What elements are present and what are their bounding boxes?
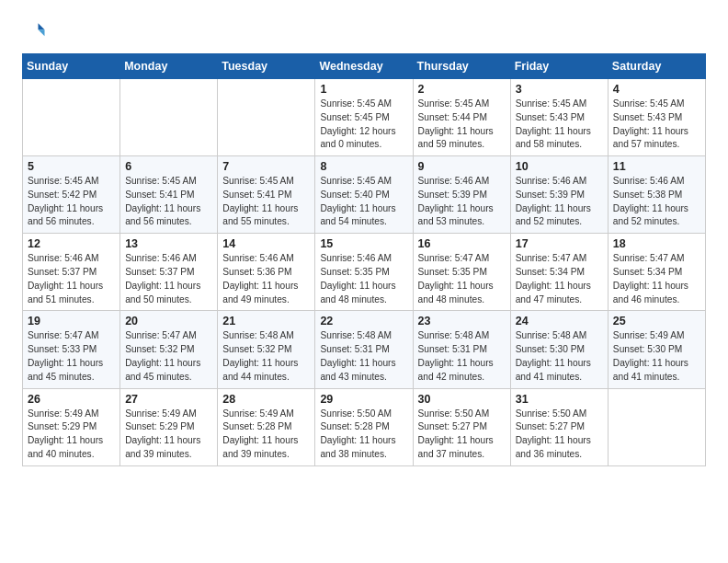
calendar-cell: 8Sunrise: 5:45 AM Sunset: 5:40 PM Daylig…	[315, 156, 413, 234]
day-info: Sunrise: 5:45 AM Sunset: 5:43 PM Dayligh…	[516, 98, 603, 152]
day-info: Sunrise: 5:49 AM Sunset: 5:30 PM Dayligh…	[613, 329, 700, 384]
day-number: 24	[516, 315, 603, 327]
calendar-cell: 28Sunrise: 5:49 AM Sunset: 5:28 PM Dayli…	[218, 388, 315, 465]
day-info: Sunrise: 5:45 AM Sunset: 5:45 PM Dayligh…	[320, 98, 407, 152]
day-number: 22	[320, 315, 407, 327]
calendar-header-tuesday: Tuesday	[218, 54, 315, 79]
day-number: 12	[28, 237, 115, 250]
day-number: 10	[516, 160, 603, 173]
day-number: 4	[613, 83, 700, 96]
calendar-header-friday: Friday	[510, 54, 608, 79]
day-number: 6	[125, 160, 212, 173]
calendar-cell: 31Sunrise: 5:50 AM Sunset: 5:27 PM Dayli…	[510, 388, 608, 465]
calendar-cell: 5Sunrise: 5:45 AM Sunset: 5:42 PM Daylig…	[23, 156, 120, 234]
day-number: 8	[320, 160, 407, 173]
calendar-cell	[23, 79, 120, 156]
day-number: 7	[222, 160, 310, 173]
day-number: 31	[516, 393, 603, 406]
calendar-cell: 15Sunrise: 5:46 AM Sunset: 5:35 PM Dayli…	[315, 234, 413, 311]
day-number: 25	[613, 315, 700, 327]
page: SundayMondayTuesdayWednesdayThursdayFrid…	[0, 0, 728, 481]
day-number: 29	[320, 393, 407, 406]
calendar-header-saturday: Saturday	[608, 54, 705, 79]
day-info: Sunrise: 5:45 AM Sunset: 5:44 PM Dayligh…	[418, 98, 506, 152]
day-info: Sunrise: 5:49 AM Sunset: 5:29 PM Dayligh…	[28, 408, 115, 462]
day-number: 5	[28, 160, 115, 173]
day-info: Sunrise: 5:50 AM Sunset: 5:27 PM Dayligh…	[418, 408, 506, 462]
day-number: 16	[418, 237, 506, 250]
calendar-week-1: 1Sunrise: 5:45 AM Sunset: 5:45 PM Daylig…	[23, 79, 706, 156]
calendar-header-monday: Monday	[120, 54, 218, 79]
calendar-cell: 6Sunrise: 5:45 AM Sunset: 5:41 PM Daylig…	[120, 156, 218, 234]
day-info: Sunrise: 5:45 AM Sunset: 5:43 PM Dayligh…	[613, 98, 700, 152]
calendar-cell: 22Sunrise: 5:48 AM Sunset: 5:31 PM Dayli…	[315, 311, 413, 388]
calendar-cell: 21Sunrise: 5:48 AM Sunset: 5:32 PM Dayli…	[218, 311, 315, 388]
calendar-cell: 16Sunrise: 5:47 AM Sunset: 5:35 PM Dayli…	[413, 234, 510, 311]
calendar-cell: 30Sunrise: 5:50 AM Sunset: 5:27 PM Dayli…	[413, 388, 510, 465]
day-info: Sunrise: 5:47 AM Sunset: 5:34 PM Dayligh…	[516, 252, 603, 306]
day-number: 20	[125, 315, 212, 327]
calendar-body: 1Sunrise: 5:45 AM Sunset: 5:45 PM Daylig…	[23, 79, 706, 466]
day-info: Sunrise: 5:46 AM Sunset: 5:36 PM Dayligh…	[222, 252, 310, 306]
day-number: 9	[418, 160, 506, 173]
day-info: Sunrise: 5:46 AM Sunset: 5:37 PM Dayligh…	[125, 252, 212, 306]
day-info: Sunrise: 5:46 AM Sunset: 5:35 PM Dayligh…	[320, 252, 407, 306]
calendar-cell: 14Sunrise: 5:46 AM Sunset: 5:36 PM Dayli…	[218, 234, 315, 311]
day-info: Sunrise: 5:48 AM Sunset: 5:31 PM Dayligh…	[320, 329, 407, 384]
day-info: Sunrise: 5:46 AM Sunset: 5:38 PM Dayligh…	[613, 175, 700, 229]
day-info: Sunrise: 5:46 AM Sunset: 5:37 PM Dayligh…	[28, 252, 115, 306]
day-info: Sunrise: 5:47 AM Sunset: 5:34 PM Dayligh…	[613, 252, 700, 306]
calendar-cell: 26Sunrise: 5:49 AM Sunset: 5:29 PM Dayli…	[23, 388, 120, 465]
calendar-cell	[218, 79, 315, 156]
day-number: 19	[28, 315, 115, 327]
day-info: Sunrise: 5:48 AM Sunset: 5:31 PM Dayligh…	[418, 329, 506, 384]
calendar-cell: 17Sunrise: 5:47 AM Sunset: 5:34 PM Dayli…	[510, 234, 608, 311]
svg-marker-1	[39, 29, 45, 36]
day-info: Sunrise: 5:50 AM Sunset: 5:27 PM Dayligh…	[516, 408, 603, 462]
calendar-cell: 25Sunrise: 5:49 AM Sunset: 5:30 PM Dayli…	[608, 311, 705, 388]
day-info: Sunrise: 5:46 AM Sunset: 5:39 PM Dayligh…	[418, 175, 506, 229]
calendar-cell: 10Sunrise: 5:46 AM Sunset: 5:39 PM Dayli…	[510, 156, 608, 234]
day-number: 18	[613, 237, 700, 250]
calendar-cell: 7Sunrise: 5:45 AM Sunset: 5:41 PM Daylig…	[218, 156, 315, 234]
day-info: Sunrise: 5:45 AM Sunset: 5:41 PM Dayligh…	[222, 175, 310, 229]
day-info: Sunrise: 5:45 AM Sunset: 5:42 PM Dayligh…	[28, 175, 115, 229]
calendar-header-sunday: Sunday	[23, 54, 120, 79]
day-info: Sunrise: 5:48 AM Sunset: 5:32 PM Dayligh…	[222, 329, 310, 384]
day-number: 2	[418, 83, 506, 96]
day-info: Sunrise: 5:47 AM Sunset: 5:32 PM Dayligh…	[125, 329, 212, 384]
day-info: Sunrise: 5:47 AM Sunset: 5:33 PM Dayligh…	[28, 329, 115, 384]
day-info: Sunrise: 5:49 AM Sunset: 5:28 PM Dayligh…	[222, 408, 310, 462]
day-number: 21	[222, 315, 310, 327]
calendar-cell	[608, 388, 705, 465]
header	[22, 18, 706, 44]
day-info: Sunrise: 5:49 AM Sunset: 5:29 PM Dayligh…	[125, 408, 212, 462]
calendar-cell: 13Sunrise: 5:46 AM Sunset: 5:37 PM Dayli…	[120, 234, 218, 311]
day-number: 11	[613, 160, 700, 173]
calendar-cell	[120, 79, 218, 156]
logo	[22, 18, 51, 44]
calendar-cell: 11Sunrise: 5:46 AM Sunset: 5:38 PM Dayli…	[608, 156, 705, 234]
day-number: 13	[125, 237, 212, 250]
calendar-cell: 27Sunrise: 5:49 AM Sunset: 5:29 PM Dayli…	[120, 388, 218, 465]
day-number: 28	[222, 393, 310, 406]
calendar-cell: 18Sunrise: 5:47 AM Sunset: 5:34 PM Dayli…	[608, 234, 705, 311]
day-number: 3	[516, 83, 603, 96]
calendar-header-thursday: Thursday	[413, 54, 510, 79]
calendar-header-row: SundayMondayTuesdayWednesdayThursdayFrid…	[23, 54, 706, 79]
calendar-week-2: 5Sunrise: 5:45 AM Sunset: 5:42 PM Daylig…	[23, 156, 706, 234]
calendar-cell: 2Sunrise: 5:45 AM Sunset: 5:44 PM Daylig…	[413, 79, 510, 156]
day-info: Sunrise: 5:47 AM Sunset: 5:35 PM Dayligh…	[418, 252, 506, 306]
calendar-week-3: 12Sunrise: 5:46 AM Sunset: 5:37 PM Dayli…	[23, 234, 706, 311]
day-info: Sunrise: 5:48 AM Sunset: 5:30 PM Dayligh…	[516, 329, 603, 384]
calendar-cell: 23Sunrise: 5:48 AM Sunset: 5:31 PM Dayli…	[413, 311, 510, 388]
day-info: Sunrise: 5:46 AM Sunset: 5:39 PM Dayligh…	[516, 175, 603, 229]
day-number: 14	[222, 237, 310, 250]
calendar-cell: 3Sunrise: 5:45 AM Sunset: 5:43 PM Daylig…	[510, 79, 608, 156]
day-number: 23	[418, 315, 506, 327]
calendar: SundayMondayTuesdayWednesdayThursdayFrid…	[22, 53, 706, 466]
calendar-cell: 19Sunrise: 5:47 AM Sunset: 5:33 PM Dayli…	[23, 311, 120, 388]
calendar-week-4: 19Sunrise: 5:47 AM Sunset: 5:33 PM Dayli…	[23, 311, 706, 388]
day-number: 1	[320, 83, 407, 96]
day-number: 27	[125, 393, 212, 406]
